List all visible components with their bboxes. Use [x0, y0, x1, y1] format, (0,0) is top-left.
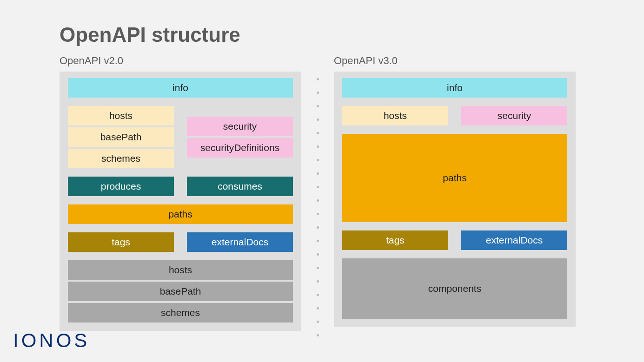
v2-consumes-block: consumes	[187, 177, 293, 196]
page-title: OpenAPI structure	[60, 23, 240, 46]
divider-dot	[317, 92, 319, 94]
v2-footer-hosts-block: hosts	[68, 260, 293, 280]
v2-info-block: info	[68, 78, 293, 98]
v2-basepath-block: basePath	[68, 127, 174, 147]
v2-produces-block: produces	[68, 177, 174, 196]
v2-footer-basepath-block: basePath	[68, 282, 293, 301]
divider-dot	[317, 132, 319, 134]
v3-externaldocs-block: externalDocs	[461, 230, 567, 250]
v2-securitydefinitions-block: securityDefinitions	[187, 138, 293, 158]
v2-footer-schemes-block: schemes	[68, 303, 293, 323]
v2-security-block: security	[187, 117, 293, 136]
divider-dot	[317, 78, 319, 80]
divider-dot	[317, 267, 319, 269]
divider-dot	[317, 105, 319, 107]
v2-row-produces-consumes: produces consumes	[68, 177, 293, 196]
column-v2: OpenAPI v2.0 info hosts basePath schemes…	[60, 55, 301, 336]
v3-row-tags-externaldocs: tags externalDocs	[342, 230, 567, 250]
panel-v3: info hosts security paths tags externalD…	[334, 72, 576, 327]
diagram-columns: OpenAPI v2.0 info hosts basePath schemes…	[60, 55, 576, 336]
divider-dot	[317, 334, 319, 336]
v2-footer-stack: hosts basePath schemes	[68, 260, 293, 323]
heading-v2: OpenAPI v2.0	[60, 55, 301, 67]
v2-row-tags-externaldocs: tags externalDocs	[68, 232, 293, 252]
v2-security-stack: security securityDefinitions	[187, 106, 293, 168]
column-v3: OpenAPI v3.0 info hosts security paths t…	[334, 55, 576, 336]
brand-logo: IONOS	[13, 329, 90, 352]
divider-dot	[317, 226, 319, 229]
v2-hosts-stack: hosts basePath schemes	[68, 106, 174, 168]
divider-dot	[317, 307, 319, 309]
divider-dot	[317, 321, 319, 323]
divider-dot	[317, 213, 319, 215]
v3-paths-block: paths	[342, 134, 567, 222]
divider-dot	[317, 280, 319, 283]
divider-dot	[317, 186, 319, 188]
divider-dot	[317, 294, 319, 296]
v3-row-hosts-security: hosts security	[342, 106, 567, 125]
v3-info-block: info	[342, 78, 567, 98]
column-divider	[301, 55, 334, 336]
divider-dot	[317, 118, 319, 121]
v2-schemes-block: schemes	[68, 149, 174, 168]
v3-tags-block: tags	[342, 230, 448, 250]
divider-dot	[317, 253, 319, 256]
v2-hosts-block: hosts	[68, 106, 174, 125]
v2-paths-block: paths	[68, 204, 293, 224]
v2-row-hosts-security: hosts basePath schemes security security…	[68, 106, 293, 168]
divider-dot	[317, 145, 319, 148]
divider-dot	[317, 172, 319, 175]
heading-v3: OpenAPI v3.0	[334, 55, 576, 67]
v3-hosts-block: hosts	[342, 106, 448, 125]
v2-externaldocs-block: externalDocs	[187, 232, 293, 252]
v3-security-block: security	[461, 106, 567, 125]
divider-dot	[317, 159, 319, 161]
divider-dot	[317, 199, 319, 202]
v2-tags-block: tags	[68, 232, 174, 252]
divider-dot	[317, 240, 319, 242]
panel-v2: info hosts basePath schemes security sec…	[60, 72, 301, 331]
v3-components-block: components	[342, 258, 567, 319]
